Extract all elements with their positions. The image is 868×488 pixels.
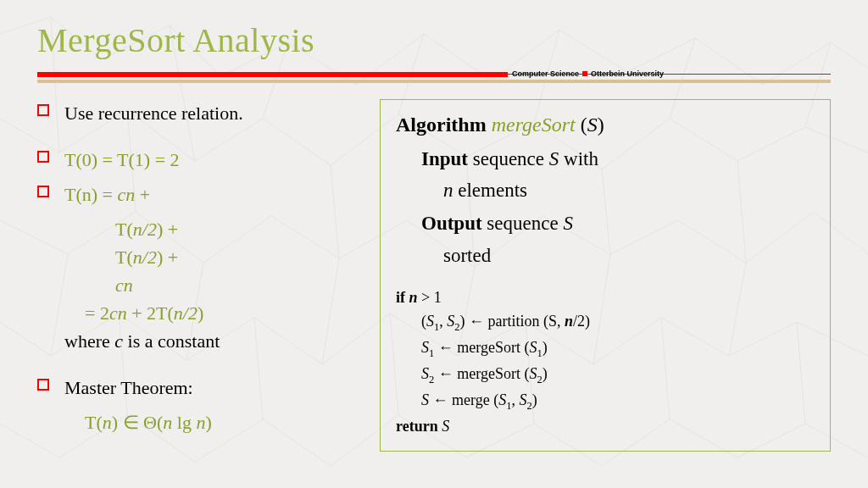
algorithm-title: Algorithm mergeSort (S) [396,110,815,140]
footer-left: Computer Science [512,69,579,78]
code-partition: (S1, S2) ← partition (S, n/2) [396,310,815,335]
code-rec1: S1 ← mergeSort (S1) [396,336,815,361]
slide-title: MergeSort Analysis [37,20,831,60]
bullet-3-line4: cn [37,271,359,299]
algorithm-output: Output sequence S [396,209,815,237]
bullet-4-sub: T(n) ∈ Θ(n lg n) [37,408,359,436]
bullet-3: T(n) = cn + [37,180,359,208]
bullet-3-where: where c is a constant [37,327,359,355]
algorithm-input: Input sequence S with [396,145,815,173]
algorithm-box: Algorithm mergeSort (S) Input sequence S… [380,99,831,452]
bullet-3-line2: T(n/2) + [37,215,359,243]
bullet-2: T(0) = T(1) = 2 [37,146,359,174]
bullet-3-line5: = 2cn + 2T(n/2) [37,299,359,327]
square-bullet-icon [37,151,49,163]
footer-right: Otterbein University [591,69,664,78]
square-bullet-icon [37,379,49,391]
divider: Computer Science Otterbein University [37,72,831,84]
algorithm-code: if n > 1 (S1, S2) ← partition (S, n/2) S… [396,286,815,437]
code-return: return S [396,415,815,437]
bullet-4: Master Theorem: [37,374,359,402]
code-if: if n > 1 [396,286,815,308]
left-column: Use recurrence relation. T(0) = T(1) = 2… [37,99,359,452]
bullet-3-line3: T(n/2) + [37,243,359,271]
bullet-1: Use recurrence relation. [37,99,359,127]
code-rec2: S2 ← mergeSort (S2) [396,363,815,387]
algorithm-output-cont: sorted [396,241,815,269]
algorithm-input-cont: n elements [396,176,815,204]
square-bullet-icon [37,186,49,197]
right-column: Algorithm mergeSort (S) Input sequence S… [380,99,831,452]
code-merge: S ← merge (S1, S2) [396,389,815,413]
footer-square-icon [582,71,587,76]
square-bullet-icon [37,104,49,116]
